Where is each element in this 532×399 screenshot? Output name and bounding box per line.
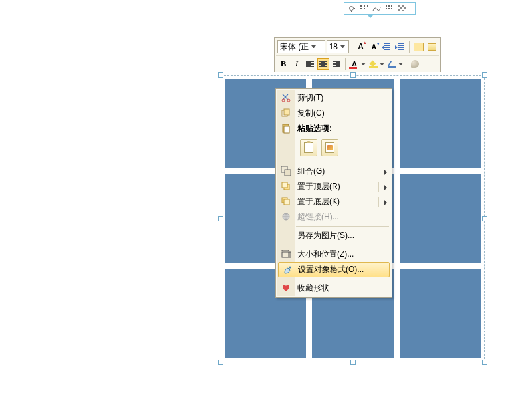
svg-rect-33	[284, 200, 289, 205]
svg-rect-29	[285, 170, 291, 176]
resize-handle[interactable]	[350, 72, 356, 78]
menu-group[interactable]: 组合(G)	[277, 164, 390, 179]
font-name-value: 宋体 (正	[280, 41, 309, 53]
separator	[345, 58, 346, 70]
svg-rect-10	[386, 8, 387, 9]
svg-rect-3	[367, 5, 368, 7]
svg-rect-6	[360, 11, 362, 11]
resize-handle[interactable]	[482, 216, 487, 221]
separator	[296, 226, 389, 227]
font-color-button[interactable]	[348, 58, 366, 70]
resize-handle[interactable]	[218, 360, 223, 365]
svg-rect-9	[391, 5, 392, 7]
separator	[296, 245, 389, 245]
menu-favorite-shape[interactable]: 收藏形状	[277, 281, 390, 296]
grow-font-button[interactable]	[355, 41, 367, 53]
svg-point-16	[398, 5, 400, 7]
menu-bring-front[interactable]: 置于顶层(R)	[277, 179, 390, 194]
increase-indent-button[interactable]	[394, 41, 406, 53]
shrink-font-button[interactable]	[368, 41, 380, 53]
send-back-icon	[281, 196, 291, 207]
submenu-arrow-icon	[384, 185, 387, 190]
decrease-indent-button[interactable]	[381, 41, 393, 53]
bring-front-icon	[281, 181, 291, 192]
svg-rect-11	[388, 8, 390, 9]
pattern-icon-3	[372, 4, 382, 13]
submenu-arrow-icon	[384, 170, 387, 175]
font-name-combo[interactable]: 宋体 (正	[277, 40, 325, 53]
context-menu: 剪切(T) 复制(C) 粘贴选项: 组合(G) 置于顶层(R) 置于底	[275, 88, 392, 298]
submenu-arrow-icon	[384, 200, 387, 205]
menu-label: 置于底层(K)	[297, 196, 340, 207]
paste-option-picture[interactable]	[321, 139, 338, 156]
chevron-down-icon	[361, 63, 366, 65]
svg-rect-12	[391, 8, 392, 9]
separator	[296, 162, 389, 162]
paste-option-keep-source[interactable]	[300, 139, 317, 156]
align-left-button[interactable]	[304, 58, 316, 70]
svg-point-21	[402, 10, 404, 11]
resize-handle[interactable]	[350, 360, 356, 365]
pattern-icon-1	[346, 4, 356, 13]
pattern-icon-4	[384, 4, 394, 13]
menu-copy[interactable]: 复制(C)	[277, 106, 390, 121]
separator	[378, 197, 379, 207]
arrange-button-2[interactable]	[426, 41, 438, 53]
svg-point-23	[287, 99, 290, 102]
font-size-combo[interactable]: 18	[327, 40, 349, 53]
svg-rect-8	[388, 5, 390, 7]
menu-paste-options: 粘贴选项:	[277, 121, 390, 136]
align-right-button[interactable]	[331, 58, 342, 70]
resize-handle[interactable]	[218, 216, 223, 221]
box-icon	[428, 43, 436, 51]
svg-point-18	[400, 7, 402, 9]
move-handles-toolbar[interactable]	[344, 2, 416, 15]
chevron-down-icon	[340, 45, 345, 48]
svg-rect-5	[364, 8, 365, 9]
menu-label: 超链接(H)...	[297, 211, 339, 223]
italic-button[interactable]: I	[291, 58, 303, 70]
fill-color-icon	[369, 60, 378, 68]
heart-icon	[281, 283, 291, 293]
menu-label: 复制(C)	[297, 108, 325, 119]
fill-color-button[interactable]	[367, 58, 384, 70]
svg-rect-14	[388, 11, 390, 11]
svg-point-36	[289, 267, 291, 269]
menu-send-back[interactable]: 置于底层(K)	[277, 194, 390, 209]
menu-hyperlink: 超链接(H)...	[277, 209, 390, 225]
svg-point-0	[350, 7, 354, 11]
menu-size-position[interactable]: 大小和位置(Z)...	[277, 247, 390, 262]
menu-cut[interactable]: 剪切(T)	[277, 90, 390, 106]
svg-rect-7	[386, 5, 387, 7]
group-icon	[281, 166, 291, 176]
cut-icon	[281, 92, 291, 103]
resize-handle[interactable]	[482, 360, 487, 365]
svg-rect-2	[364, 5, 365, 7]
align-center-icon	[319, 61, 327, 67]
menu-save-as-picture[interactable]: 另存为图片(S)...	[277, 228, 390, 243]
align-center-button[interactable]	[317, 58, 329, 70]
arrange-button-1[interactable]	[412, 41, 424, 53]
bold-button[interactable]: B	[277, 58, 289, 70]
format-icon	[282, 265, 293, 275]
svg-rect-31	[282, 182, 287, 188]
separator	[352, 41, 352, 53]
pattern-icon-2	[359, 4, 369, 13]
separator	[409, 41, 410, 53]
decrease-indent-icon	[382, 43, 392, 51]
clipboard-picture-icon	[325, 142, 334, 153]
separator	[378, 182, 379, 192]
chevron-down-icon	[398, 63, 403, 65]
menu-format-object[interactable]: 设置对象格式(O)...	[278, 262, 390, 277]
paste-icon	[281, 123, 291, 134]
menu-label: 置于顶层(R)	[297, 181, 340, 192]
menu-label: 粘贴选项:	[297, 123, 332, 134]
menu-label: 另存为图片(S)...	[297, 230, 354, 241]
resize-handle[interactable]	[482, 72, 487, 78]
resize-handle[interactable]	[218, 72, 223, 78]
line-color-button[interactable]	[386, 58, 403, 70]
svg-point-17	[402, 5, 404, 7]
svg-point-20	[398, 9, 400, 11]
chevron-down-icon	[380, 63, 384, 65]
format-painter-button[interactable]	[409, 58, 421, 70]
